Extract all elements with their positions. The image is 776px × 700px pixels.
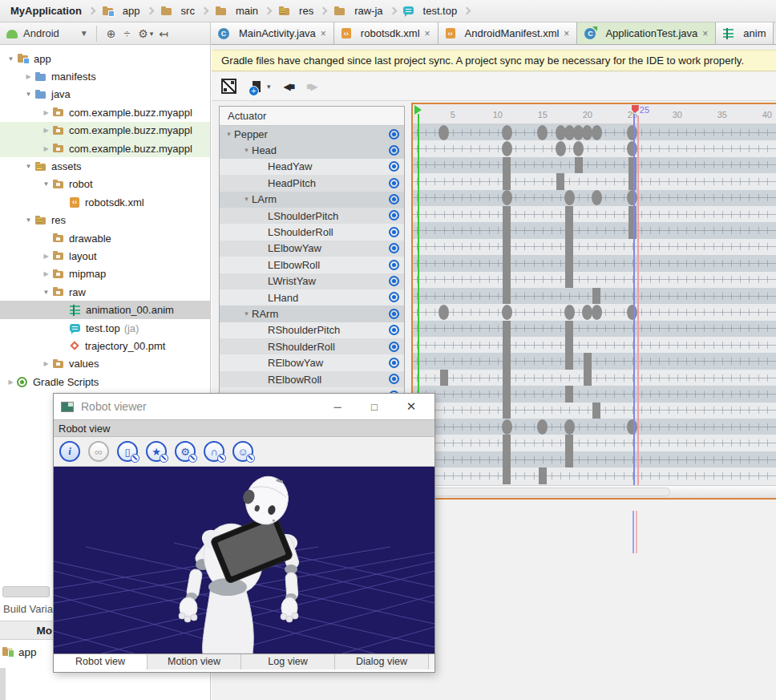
tab-log-view[interactable]: Log view	[241, 654, 335, 670]
chevron-collapsed-icon[interactable]: ▶	[40, 145, 52, 152]
timeline-row[interactable]	[413, 386, 776, 402]
chevron-expanded-icon[interactable]: ▼	[241, 147, 252, 154]
keyframe[interactable]	[503, 435, 511, 451]
keyframe[interactable]	[592, 288, 600, 304]
timeline-panel[interactable]: 510152025303540 25	[411, 103, 776, 500]
timeline-row-LWristYaw[interactable]	[413, 272, 776, 288]
keyframe[interactable]	[628, 206, 637, 222]
keyframe[interactable]	[503, 173, 511, 189]
keyframe[interactable]	[573, 141, 584, 156]
keyframe[interactable]	[503, 370, 511, 386]
chevron-collapsed-icon[interactable]: ▶	[40, 270, 52, 277]
tree-item-animation_00.anim[interactable]: animation_00.anim	[0, 301, 210, 318]
record-icon[interactable]	[389, 292, 399, 302]
actuator-row-RElbowYaw[interactable]: RElbowYaw	[220, 354, 404, 370]
record-icon[interactable]	[389, 129, 399, 140]
actuator-row-HeadYaw[interactable]: HeadYaw	[220, 159, 404, 175]
keyframe[interactable]	[502, 419, 512, 435]
actuator-row-HeadPitch[interactable]: HeadPitch	[220, 175, 404, 191]
collapse-icon[interactable]: ↤	[159, 27, 168, 40]
timeline-rows[interactable]	[413, 124, 776, 484]
keyframe[interactable]	[564, 190, 575, 205]
breadcrumb-item[interactable]: res	[278, 5, 313, 17]
close-tab-icon[interactable]: ×	[702, 28, 708, 39]
robot-viewer-titlebar[interactable]: Robot viewer ─ □ ✕	[54, 394, 434, 419]
timeline-row[interactable]	[413, 435, 776, 451]
timeline-row-LArm[interactable]	[413, 190, 776, 206]
keyframe[interactable]	[627, 141, 637, 156]
actuator-row-LShoulderRoll[interactable]: LShoulderRoll	[220, 224, 404, 240]
keyframe[interactable]	[592, 190, 602, 205]
actuator-row-Head[interactable]: ▼Head	[220, 142, 404, 158]
scrollbar-thumb[interactable]	[414, 488, 670, 496]
keyframe[interactable]	[627, 305, 637, 320]
tab-dialog-view[interactable]: Dialog view	[335, 654, 429, 670]
keyframe[interactable]	[503, 337, 511, 353]
keyframe[interactable]	[503, 288, 511, 304]
keyframe[interactable]	[539, 467, 547, 484]
chevron-expanded-icon[interactable]: ▼	[5, 55, 17, 63]
breadcrumb-item[interactable]: app	[102, 5, 140, 17]
breadcrumb-item[interactable]: main	[215, 5, 258, 17]
keyframe[interactable]	[440, 370, 448, 386]
tab-motion-view[interactable]: Motion view	[148, 654, 241, 670]
keyframe[interactable]	[503, 157, 511, 173]
actuator-row-RElbowRoll[interactable]: RElbowRoll	[220, 371, 404, 387]
keyframe[interactable]	[537, 125, 548, 140]
keyframe[interactable]	[503, 403, 511, 419]
keyframe[interactable]	[502, 125, 512, 140]
timeline-row-LShoulderPitch[interactable]	[413, 206, 776, 222]
keyframe[interactable]	[502, 190, 512, 205]
keyframe[interactable]	[628, 173, 637, 189]
record-icon[interactable]	[389, 309, 399, 319]
gear-icon[interactable]: ⚙	[138, 27, 148, 40]
record-icon[interactable]	[389, 374, 399, 384]
record-icon[interactable]	[389, 342, 399, 352]
keyframe[interactable]	[565, 239, 573, 255]
keyframe[interactable]	[503, 353, 511, 369]
actuator-row-LArm[interactable]: ▼LArm	[220, 192, 404, 208]
tree-item-test.top[interactable]: test.top(ja)	[0, 319, 210, 337]
keyframe[interactable]	[565, 272, 573, 288]
timeline-row-RElbowRoll[interactable]	[413, 370, 776, 386]
chevron-expanded-icon[interactable]: ▼	[40, 289, 52, 296]
chevron-expanded-icon[interactable]: ▼	[22, 163, 34, 170]
record-icon[interactable]	[389, 260, 399, 270]
keyframe[interactable]	[565, 321, 573, 337]
keyframe[interactable]	[503, 467, 511, 484]
close-button[interactable]: ✕	[393, 399, 430, 414]
tab-anim[interactable]: anim	[716, 22, 774, 44]
keyframe[interactable]	[565, 353, 573, 369]
tree-item-com.example.buzz.myappl[interactable]: ▶com.example.buzz.myappl	[0, 103, 210, 121]
actuator-row-RShoulderPitch[interactable]: RShoulderPitch	[220, 322, 404, 338]
keyframe[interactable]	[584, 370, 592, 386]
chevron-collapsed-icon[interactable]: ▶	[40, 127, 52, 134]
keyframe[interactable]	[564, 305, 575, 320]
keyframe[interactable]	[592, 125, 602, 140]
tree-item-manifests[interactable]: ▶manifests	[0, 67, 210, 85]
robot-3d-viewport[interactable]	[54, 467, 434, 653]
minimize-button[interactable]: ─	[319, 401, 356, 413]
smiley-icon[interactable]: ☺	[232, 441, 253, 462]
close-tab-icon[interactable]: ×	[564, 28, 569, 39]
tree-item-app[interactable]: ▼app	[0, 50, 210, 67]
keyframe[interactable]	[584, 353, 592, 369]
breadcrumb-item[interactable]: raw-ja	[333, 5, 382, 17]
tree-item-Gradle Scripts[interactable]: ▶Gradle Scripts	[0, 373, 210, 390]
keyframe[interactable]	[503, 206, 511, 222]
tree-item-robotsdk.xml[interactable]: robotsdk.xml	[0, 193, 210, 211]
timeline-row-RShoulderRoll[interactable]	[413, 337, 776, 353]
keyframe[interactable]	[503, 222, 511, 238]
timeline-row-Pepper[interactable]	[413, 124, 776, 140]
tab-MainActivity.java[interactable]: MainActivity.java×	[211, 22, 334, 44]
info-icon[interactable]: i	[59, 441, 80, 462]
keyframe[interactable]	[565, 435, 573, 451]
tree-item-com.example.buzz.myappl[interactable]: ▶com.example.buzz.myappl	[0, 140, 210, 157]
keyframe[interactable]	[565, 451, 573, 467]
chevron-expanded-icon[interactable]: ▼	[241, 196, 252, 203]
chevron-collapsed-icon[interactable]: ▶	[40, 360, 52, 367]
keyframe[interactable]	[503, 451, 511, 467]
breadcrumb-item[interactable]: src	[160, 5, 195, 17]
tree-item-trajectory_00.pmt[interactable]: trajectory_00.pmt	[0, 337, 210, 354]
timeline-ruler[interactable]: 510152025303540	[413, 104, 776, 124]
